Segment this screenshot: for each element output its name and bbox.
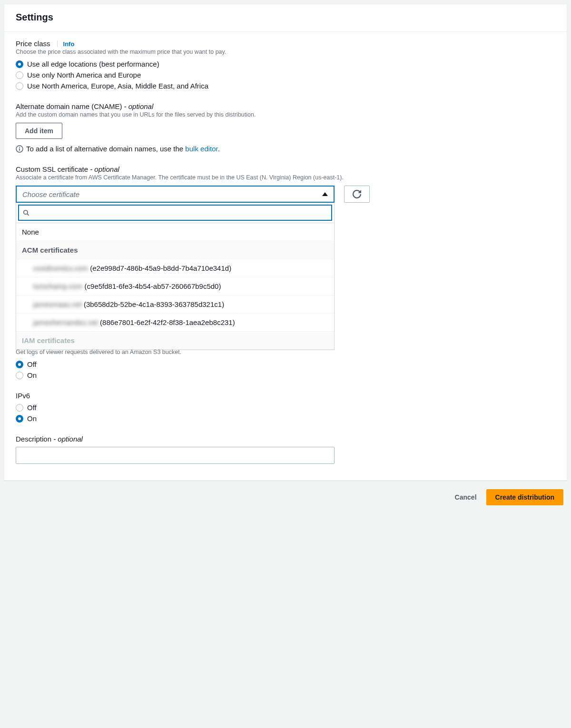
- create-distribution-button[interactable]: Create distribution: [486, 489, 563, 505]
- price-class-label: Price class: [16, 39, 50, 48]
- standard-logging-radio-group: Off On: [16, 360, 555, 379]
- radio-icon: [16, 361, 23, 368]
- footer: Cancel Create distribution: [4, 481, 567, 509]
- radio-icon: [16, 415, 23, 423]
- radio-label: On: [27, 371, 37, 379]
- price-class-description: Choose the price class associated with t…: [16, 49, 555, 55]
- ssl-description: Associate a certificate from AWS Certifi…: [16, 174, 555, 181]
- refresh-icon: [353, 190, 361, 198]
- cname-field: Alternate domain name (CNAME) - optional…: [16, 102, 555, 153]
- radio-label: Use only North America and Europe: [27, 71, 141, 79]
- search-icon: [23, 209, 30, 216]
- info-link[interactable]: Info: [63, 40, 75, 48]
- radio-icon: [16, 372, 23, 379]
- standard-logging-description: Get logs of viewer requests delivered to…: [16, 349, 555, 355]
- info-icon: [16, 145, 23, 153]
- cancel-button[interactable]: Cancel: [455, 493, 477, 501]
- panel-header: Settings: [4, 4, 567, 32]
- ssl-search-row: [16, 203, 334, 223]
- radio-icon: [16, 60, 23, 68]
- ssl-option-acm-3[interactable]: jameshernandez.net (886e7801-6e2f-42f2-8…: [16, 314, 334, 332]
- refresh-button[interactable]: [344, 186, 370, 203]
- radio-icon: [16, 404, 23, 412]
- cname-bulk-note: To add a list of alternative domain name…: [16, 145, 555, 153]
- ipv6-label: IPv6: [16, 392, 30, 400]
- cname-label: Alternate domain name (CNAME) - optional: [16, 102, 153, 110]
- standard-logging-off[interactable]: Off: [16, 360, 555, 368]
- standard-logging-on[interactable]: On: [16, 371, 555, 379]
- ssl-option-acm-1[interactable]: turochamp.com (c9e5fd81-6fe3-4b54-ab57-2…: [16, 277, 334, 295]
- ipv6-field: IPv6 Off On: [16, 392, 555, 423]
- svg-line-4: [27, 214, 29, 216]
- ssl-group-acm: ACM certificates: [16, 241, 334, 259]
- radio-label: Off: [27, 403, 37, 412]
- ssl-placeholder: Choose certificate: [22, 190, 79, 198]
- description-field: Description - optional: [16, 435, 555, 464]
- bulk-editor-link[interactable]: bulk editor: [185, 145, 217, 153]
- cname-description: Add the custom domain names that you use…: [16, 111, 555, 118]
- ipv6-radio-group: Off On: [16, 403, 555, 423]
- ssl-certificate-dropdown[interactable]: Choose certificate: [16, 186, 335, 203]
- settings-panel: Settings Price class Info Choose the pri…: [4, 4, 567, 481]
- price-class-option-na-eu-asia[interactable]: Use North America, Europe, Asia, Middle …: [16, 82, 555, 90]
- page-title: Settings: [16, 12, 555, 23]
- radio-label: Use all edge locations (best performance…: [27, 60, 159, 68]
- radio-icon: [16, 71, 23, 79]
- ipv6-off[interactable]: Off: [16, 403, 555, 412]
- ssl-option-none[interactable]: None: [16, 223, 334, 241]
- svg-point-1: [19, 147, 20, 148]
- ssl-label: Custom SSL certificate - optional: [16, 165, 119, 173]
- radio-label: Off: [27, 360, 37, 368]
- price-class-option-all[interactable]: Use all edge locations (best performance…: [16, 60, 555, 68]
- svg-rect-2: [19, 148, 20, 150]
- description-input[interactable]: [16, 447, 335, 464]
- ipv6-on[interactable]: On: [16, 414, 555, 423]
- price-class-field: Price class Info Choose the price class …: [16, 39, 555, 90]
- ssl-certificate-menu: None ACM certificates covidnomics.com (e…: [16, 203, 335, 350]
- price-class-option-na-eu[interactable]: Use only North America and Europe: [16, 71, 555, 79]
- ssl-search-input[interactable]: [33, 208, 327, 217]
- ssl-group-iam: IAM certificates: [16, 332, 334, 349]
- ssl-option-acm-2[interactable]: jamesmaas.net (3b658d2b-52be-4c1a-8393-3…: [16, 295, 334, 314]
- svg-point-3: [24, 210, 28, 214]
- radio-label: Use North America, Europe, Asia, Middle …: [27, 82, 208, 90]
- price-class-radio-group: Use all edge locations (best performance…: [16, 60, 555, 90]
- radio-icon: [16, 82, 23, 90]
- description-label: Description - optional: [16, 435, 83, 443]
- caret-up-icon: [322, 192, 328, 196]
- separator: [57, 40, 58, 47]
- add-item-button[interactable]: Add item: [16, 123, 62, 139]
- ssl-option-acm-0[interactable]: covidnomics.com (e2e998d7-486b-45a9-b8dd…: [16, 259, 334, 277]
- radio-label: On: [27, 414, 37, 423]
- ssl-field: Custom SSL certificate - optional Associ…: [16, 165, 555, 203]
